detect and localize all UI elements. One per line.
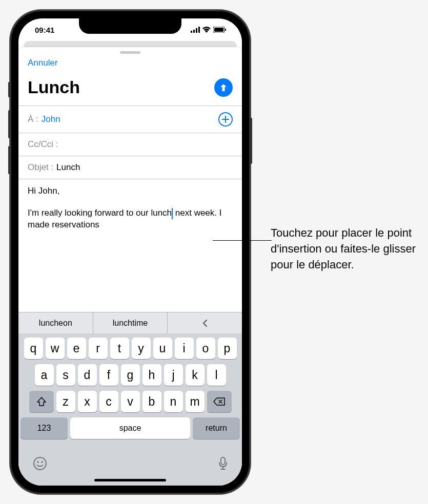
suggestion-2[interactable]: lunchtime [93,312,168,333]
volume-up-button [8,110,10,138]
key-z[interactable]: z [56,391,75,412]
compose-sheet: Annuler Lunch À : John Cc/Cci : Objet : [18,47,242,486]
key-g[interactable]: g [121,364,140,386]
svg-rect-0 [191,31,192,33]
callout-leader-line [213,240,272,241]
emoji-key[interactable] [33,456,47,473]
cellular-icon [191,26,200,34]
wifi-icon [202,26,211,34]
key-u[interactable]: u [153,338,172,359]
key-h[interactable]: h [142,364,161,386]
key-c[interactable]: c [99,391,118,412]
key-s[interactable]: s [56,364,75,386]
microphone-icon [218,456,228,471]
body-greeting: Hi John, [28,185,233,197]
key-m[interactable]: m [186,391,205,412]
subject-label: Objet : [28,162,53,173]
keyboard: q w e r t y u i o p a s d [18,333,242,447]
message-body[interactable]: Hi John, I'm really looking forward to o… [18,179,242,312]
arrow-up-icon [219,83,228,92]
cc-bcc-field-row[interactable]: Cc/Cci : [18,133,242,156]
callout-text: Touchez pour placer le point d'insertion… [271,225,418,272]
emoji-icon [33,456,47,471]
send-button[interactable] [214,78,233,97]
svg-rect-10 [221,457,225,465]
key-x[interactable]: x [78,391,97,412]
svg-rect-6 [225,29,226,31]
key-y[interactable]: y [132,338,151,359]
key-b[interactable]: b [142,391,161,412]
keyboard-area: luncheon lunchtime q w e r t y u [18,312,242,486]
shift-key[interactable] [29,391,54,412]
body-text-before-caret: I'm really looking forward to our lunch [28,208,172,218]
space-key[interactable]: space [70,417,190,439]
plus-icon [222,116,229,123]
svg-rect-2 [196,28,197,33]
return-key[interactable]: return [193,417,240,439]
backspace-icon [213,397,226,406]
home-indicator[interactable] [94,479,166,481]
phone-frame: 09:41 Annuler Lunch [10,10,250,494]
key-k[interactable]: k [186,364,205,386]
body-paragraph: I'm really looking forward to our lunch … [28,207,233,231]
svg-point-9 [42,461,43,463]
compose-title: Lunch [28,77,80,97]
notch [79,18,181,34]
shift-icon [36,397,47,406]
quicktype-bar: luncheon lunchtime [18,312,242,333]
key-f[interactable]: f [99,364,118,386]
key-t[interactable]: t [110,338,129,359]
svg-rect-1 [193,30,195,33]
svg-point-7 [34,457,46,470]
key-r[interactable]: r [89,338,108,359]
key-n[interactable]: n [164,391,183,412]
chevron-left-icon [202,319,208,328]
key-a[interactable]: a [35,364,54,386]
key-o[interactable]: o [196,338,215,359]
key-j[interactable]: j [164,364,183,386]
to-field-row[interactable]: À : John [18,106,242,133]
svg-rect-3 [198,27,200,33]
mute-switch [8,82,10,97]
svg-rect-5 [214,28,223,32]
key-q[interactable]: q [24,338,43,359]
to-recipient[interactable]: John [42,114,60,124]
key-v[interactable]: v [121,391,140,412]
subject-value: Lunch [56,162,80,173]
sheet-grabber[interactable] [120,51,140,54]
key-d[interactable]: d [78,364,97,386]
key-p[interactable]: p [218,338,237,359]
backspace-key[interactable] [207,391,232,412]
key-l[interactable]: l [207,364,226,386]
cc-bcc-label: Cc/Cci : [28,139,58,150]
add-recipient-button[interactable] [218,112,233,127]
battery-icon [213,26,227,34]
suggestion-1[interactable]: luncheon [18,312,93,333]
background-card [24,41,237,47]
volume-down-button [8,146,10,174]
to-label: À : [28,114,38,124]
side-button [250,118,252,164]
suggestion-collapse[interactable] [168,312,242,333]
key-w[interactable]: w [46,338,65,359]
status-time: 09:41 [35,26,54,34]
svg-point-8 [37,461,39,463]
numbers-key[interactable]: 123 [21,417,68,439]
key-i[interactable]: i [175,338,194,359]
subject-field-row[interactable]: Objet : Lunch [18,156,242,179]
key-e[interactable]: e [67,338,86,359]
dictation-key[interactable] [218,456,228,473]
cancel-button[interactable]: Annuler [28,58,58,68]
